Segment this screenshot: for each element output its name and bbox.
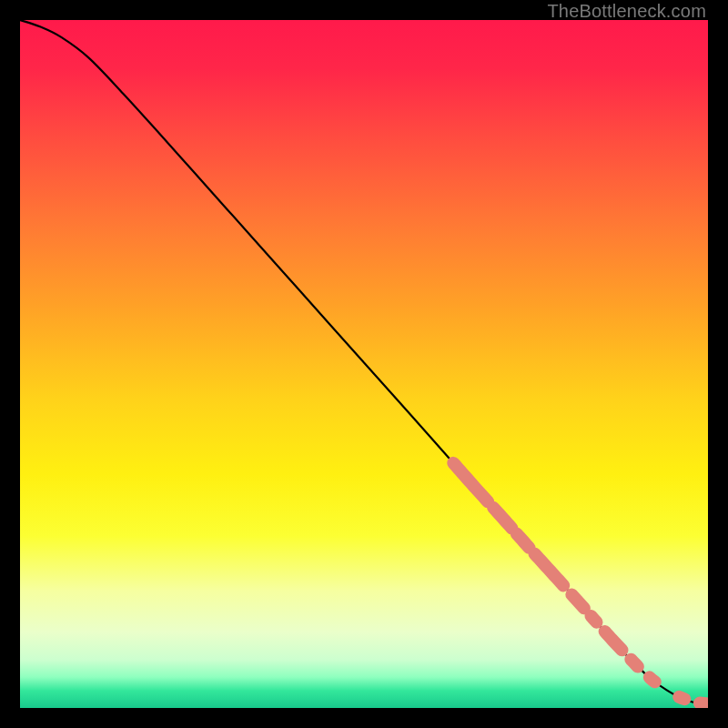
watermark-text: TheBottleneck.com: [547, 1, 706, 22]
bottleneck-chart: [20, 20, 708, 708]
highlight-segment: [631, 660, 638, 667]
highlight-segment: [591, 616, 596, 622]
chart-frame: [20, 20, 708, 708]
highlight-segment: [650, 677, 655, 682]
highlight-segment: [679, 697, 684, 699]
highlight-segment: [700, 703, 708, 704]
